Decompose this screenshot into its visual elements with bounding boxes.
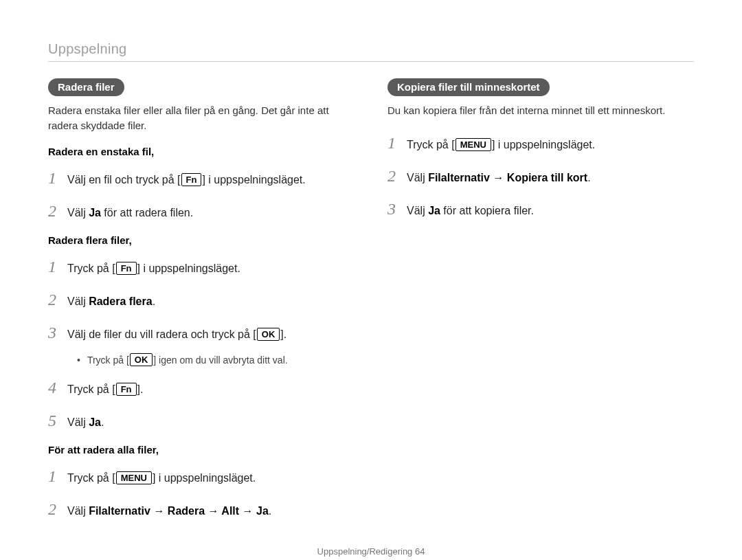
step-number: 1 <box>387 131 407 155</box>
steps-copy: 1 Tryck på [MENU] i uppspelningsläget. 2… <box>387 131 694 221</box>
step-text: Välj de filer du vill radera och tryck p… <box>67 326 355 343</box>
left-column: Radera filer Radera enstaka filer eller … <box>48 78 355 533</box>
step-number: 3 <box>387 197 407 221</box>
step-number: 3 <box>48 320 67 345</box>
step: 1 Tryck på [MENU] i uppspelningsläget. <box>387 131 694 155</box>
step: 1 Tryck på [Fn] i uppspelningsläget. <box>48 254 355 279</box>
bullet-note: Tryck på [OK] igen om du vill avbryta di… <box>77 353 355 367</box>
intro-delete: Radera enstaka filer eller alla filer på… <box>48 103 355 133</box>
pill-delete-files: Radera filer <box>48 78 124 96</box>
right-column: Kopiera filer till minneskortet Du kan k… <box>387 78 694 533</box>
step-text: Välj en fil och tryck på [Fn] i uppspeln… <box>67 172 355 188</box>
step: 3 Välj Ja för att kopiera filer. <box>387 197 694 221</box>
step: 3 Välj de filer du vill radera och tryck… <box>48 320 355 345</box>
step-number: 2 <box>48 199 67 223</box>
intro-copy: Du kan kopiera filer från det interna mi… <box>387 103 694 118</box>
pill-copy-files: Kopiera filer till minneskortet <box>387 78 550 96</box>
step-text: Tryck på [MENU] i uppspelningsläget. <box>407 137 694 153</box>
steps-delete-single: 1 Välj en fil och tryck på [Fn] i uppspe… <box>48 166 355 223</box>
step-number: 2 <box>387 164 407 188</box>
subhead-delete-single: Radera en enstaka fil, <box>48 146 355 157</box>
step-text: Välj Ja för att radera filen. <box>67 205 355 221</box>
fn-button-icon: Fn <box>116 262 137 276</box>
steps-delete-all: 1 Tryck på [MENU] i uppspelningsläget. 2… <box>48 464 355 522</box>
step-number: 1 <box>48 254 67 279</box>
ok-button-icon: OK <box>257 328 280 341</box>
fn-button-icon: Fn <box>116 383 137 396</box>
section-title: Uppspelning <box>48 41 694 57</box>
content-columns: Radera filer Radera enstaka filer eller … <box>48 78 694 533</box>
fn-button-icon: Fn <box>181 173 202 187</box>
menu-button-icon: MENU <box>456 138 491 152</box>
step-number: 1 <box>48 464 67 489</box>
step-text: Välj Filalternativ → Radera → Allt → Ja. <box>67 503 355 519</box>
step-number: 1 <box>48 166 67 190</box>
step-text: Välj Ja. <box>67 414 355 431</box>
divider <box>48 61 694 62</box>
step-text: Tryck på [MENU] i uppspelningsläget. <box>67 470 355 486</box>
step: 1 Tryck på [MENU] i uppspelningsläget. <box>48 464 355 489</box>
subhead-delete-all: För att radera alla filer, <box>48 444 355 456</box>
step-number: 2 <box>48 287 67 312</box>
step-text: Välj Ja för att kopiera filer. <box>407 203 694 219</box>
step: 5 Välj Ja. <box>48 408 355 433</box>
step: 2 Välj Filalternativ → Radera → Allt → J… <box>48 497 355 522</box>
step-number: 2 <box>48 497 67 522</box>
subhead-delete-multiple: Radera flera filer, <box>48 234 355 246</box>
steps-delete-multiple: 1 Tryck på [Fn] i uppspelningsläget. 2 V… <box>48 254 355 433</box>
step: 2 Välj Filalternativ → Kopiera till kort… <box>387 164 694 188</box>
step: 2 Välj Radera flera. <box>48 287 355 312</box>
step-text: Välj Filalternativ → Kopiera till kort. <box>407 170 694 186</box>
step: 4 Tryck på [Fn]. <box>48 375 355 400</box>
step: 2 Välj Ja för att radera filen. <box>48 199 355 223</box>
step-text: Tryck på [Fn]. <box>67 381 355 398</box>
step-text: Tryck på [Fn] i uppspelningsläget. <box>67 260 355 277</box>
step-text: Välj Radera flera. <box>67 293 355 310</box>
step-number: 4 <box>48 375 67 400</box>
menu-button-icon: MENU <box>116 471 152 485</box>
page-footer: Uppspelning/Redigering 64 <box>48 533 694 557</box>
step-number: 5 <box>48 408 67 433</box>
step: 1 Välj en fil och tryck på [Fn] i uppspe… <box>48 166 355 190</box>
ok-button-icon: OK <box>130 353 153 367</box>
